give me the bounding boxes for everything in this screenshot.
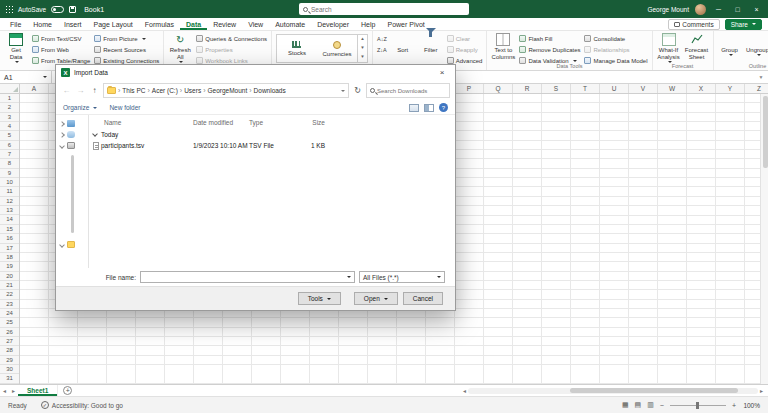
avatar[interactable] bbox=[695, 4, 706, 15]
chevron-right-icon[interactable] bbox=[59, 121, 65, 127]
zoom-level[interactable]: 100% bbox=[742, 402, 760, 409]
preview-pane-icon[interactable] bbox=[424, 104, 434, 112]
row-header[interactable]: 30 bbox=[0, 365, 19, 374]
column-header[interactable]: Q bbox=[484, 84, 513, 93]
new-folder-button[interactable]: New folder bbox=[109, 104, 140, 111]
dialog-titlebar[interactable]: X Import Data × bbox=[56, 65, 455, 80]
horizontal-scrollbar-thumb[interactable] bbox=[570, 388, 738, 393]
row-header[interactable]: 13 bbox=[0, 206, 19, 215]
filter-button[interactable]: Filter bbox=[419, 33, 443, 54]
column-header[interactable]: T bbox=[571, 84, 600, 93]
what-if-analysis-button[interactable]: What-If Analysis bbox=[657, 33, 681, 63]
ribbon-tab[interactable]: Page Layout bbox=[87, 18, 138, 30]
currencies-button[interactable]: Currencies bbox=[317, 35, 357, 62]
file-type-select[interactable]: All Files (*.*) bbox=[359, 271, 445, 283]
restore-icon[interactable]: □ bbox=[731, 6, 744, 13]
row-header[interactable]: 22 bbox=[0, 290, 19, 299]
scroll-right-icon[interactable]: ▸ bbox=[760, 387, 763, 394]
row-header[interactable]: 19 bbox=[0, 262, 19, 271]
horizontal-scrollbar[interactable]: ◂ ▸ bbox=[463, 387, 763, 394]
forecast-sheet-button[interactable]: Forecast Sheet bbox=[685, 33, 709, 61]
normal-view-icon[interactable]: ▦ bbox=[622, 401, 629, 409]
row-header[interactable]: 18 bbox=[0, 253, 19, 262]
ribbon-tab[interactable]: File bbox=[4, 18, 27, 30]
ribbon-tab[interactable]: Insert bbox=[58, 18, 88, 30]
column-header-name[interactable]: Name bbox=[93, 119, 193, 126]
sort-button[interactable]: Sort bbox=[391, 33, 415, 54]
gallery-more-icon[interactable]: ▼ bbox=[360, 55, 364, 60]
breadcrumb-segment[interactable]: Downloads bbox=[254, 87, 286, 94]
row-header[interactable]: 6 bbox=[0, 141, 19, 150]
nav-pane-scrollbar[interactable] bbox=[71, 155, 74, 233]
chevron-down-icon[interactable] bbox=[59, 143, 65, 149]
row-header[interactable]: 25 bbox=[0, 318, 19, 327]
gallery-down-icon[interactable]: ▼ bbox=[360, 46, 364, 51]
ribbon-tab[interactable]: View bbox=[242, 18, 269, 30]
nav-tree-item[interactable] bbox=[56, 140, 88, 151]
page-layout-view-icon[interactable]: ▤ bbox=[635, 401, 642, 409]
row-header[interactable]: 15 bbox=[0, 225, 19, 234]
row-header[interactable]: 7 bbox=[0, 150, 19, 159]
column-header[interactable]: S bbox=[542, 84, 571, 93]
row-header[interactable]: 3 bbox=[0, 113, 19, 122]
horizontal-scroll-track[interactable] bbox=[468, 388, 758, 394]
row-header[interactable]: 21 bbox=[0, 281, 19, 290]
get-data-button[interactable]: Get Data bbox=[4, 33, 28, 63]
row-header[interactable]: 1 bbox=[0, 94, 19, 103]
app-launcher-icon[interactable] bbox=[5, 5, 13, 13]
properties-button[interactable]: Properties bbox=[196, 45, 267, 54]
name-box[interactable]: A1 bbox=[0, 71, 52, 83]
row-header[interactable]: 29 bbox=[0, 356, 19, 365]
row-header[interactable]: 26 bbox=[0, 328, 19, 337]
select-all-corner[interactable] bbox=[0, 84, 20, 93]
group-header[interactable]: Today bbox=[89, 128, 455, 140]
file-name-input[interactable] bbox=[144, 274, 345, 281]
scroll-left-icon[interactable]: ◂ bbox=[463, 387, 466, 394]
tools-button[interactable]: Tools bbox=[298, 292, 341, 305]
new-sheet-button[interactable]: + bbox=[63, 386, 72, 395]
row-header[interactable]: 4 bbox=[0, 122, 19, 131]
row-header[interactable]: 23 bbox=[0, 300, 19, 309]
row-header[interactable]: 16 bbox=[0, 234, 19, 243]
share-button[interactable]: Share bbox=[725, 19, 762, 30]
column-header-date[interactable]: Date modified bbox=[193, 119, 249, 126]
from-web-button[interactable]: From Web bbox=[32, 45, 90, 54]
zoom-in-icon[interactable]: + bbox=[732, 402, 736, 409]
column-header[interactable]: R bbox=[513, 84, 542, 93]
formula-bar-expand-icon[interactable]: ▼ bbox=[754, 71, 768, 83]
ribbon-tab[interactable]: Home bbox=[27, 18, 58, 30]
up-icon[interactable]: ↑ bbox=[89, 86, 100, 95]
address-dropdown-icon[interactable] bbox=[341, 90, 345, 92]
row-header[interactable]: 12 bbox=[0, 197, 19, 206]
dialog-search-box[interactable] bbox=[366, 83, 450, 98]
autosave-toggle[interactable] bbox=[51, 6, 64, 13]
gallery-up-icon[interactable]: ▲ bbox=[360, 37, 364, 42]
refresh-icon[interactable]: ↻ bbox=[352, 86, 363, 95]
row-header[interactable]: 5 bbox=[0, 131, 19, 140]
queries-connections-button[interactable]: Queries & Connections bbox=[196, 34, 267, 43]
row-header[interactable]: 11 bbox=[0, 187, 19, 196]
flash-fill-button[interactable]: Flash Fill bbox=[519, 34, 580, 43]
file-name-input-box[interactable] bbox=[140, 271, 355, 283]
cancel-button[interactable]: Cancel bbox=[403, 292, 443, 305]
back-icon[interactable]: ← bbox=[61, 86, 72, 95]
column-header[interactable]: P bbox=[455, 84, 484, 93]
text-to-columns-button[interactable]: Text to Columns bbox=[491, 33, 515, 61]
row-header[interactable]: 8 bbox=[0, 159, 19, 168]
refresh-all-button[interactable]: ↻ Refresh All bbox=[168, 33, 192, 63]
ribbon-tab[interactable]: Automate bbox=[269, 18, 311, 30]
sheet-tab[interactable]: Sheet1 bbox=[18, 385, 58, 396]
sort-za-button[interactable]: Z↓A bbox=[377, 45, 387, 54]
row-header[interactable]: 14 bbox=[0, 215, 19, 224]
vertical-scrollbar-thumb[interactable] bbox=[763, 96, 768, 168]
search-box[interactable] bbox=[299, 3, 469, 15]
sheet-nav-right-icon[interactable]: ▸ bbox=[9, 387, 18, 394]
column-header[interactable]: A bbox=[20, 84, 49, 93]
row-header[interactable]: 10 bbox=[0, 178, 19, 187]
page-break-view-icon[interactable]: ▥ bbox=[647, 401, 654, 409]
stocks-button[interactable]: Stocks bbox=[277, 35, 317, 62]
row-header[interactable]: 28 bbox=[0, 346, 19, 355]
column-header[interactable]: X bbox=[687, 84, 716, 93]
row-header[interactable]: 20 bbox=[0, 272, 19, 281]
zoom-slider[interactable] bbox=[670, 405, 726, 406]
